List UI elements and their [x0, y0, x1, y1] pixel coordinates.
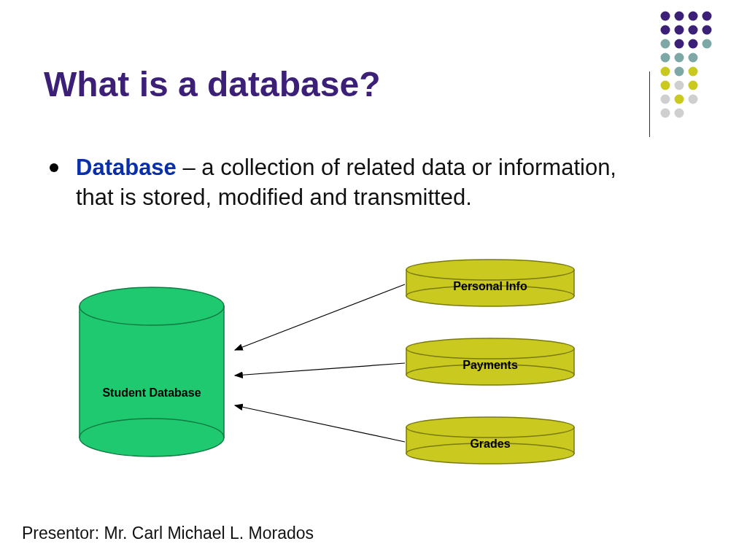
svg-point-10 [689, 39, 698, 49]
svg-point-33 [406, 365, 574, 385]
svg-point-4 [661, 26, 670, 35]
svg-point-0 [661, 12, 670, 21]
svg-point-36 [406, 443, 574, 464]
svg-point-17 [689, 67, 698, 77]
svg-point-25 [675, 109, 684, 118]
arrow-1 [235, 363, 405, 376]
svg-point-20 [689, 81, 698, 90]
svg-point-23 [689, 95, 698, 104]
svg-rect-29 [406, 270, 574, 296]
svg-point-8 [661, 39, 670, 49]
term: Database [76, 155, 177, 180]
svg-point-37 [406, 417, 574, 438]
svg-point-24 [661, 109, 670, 118]
svg-point-12 [661, 53, 670, 63]
svg-point-27 [80, 419, 224, 456]
svg-point-11 [703, 39, 712, 49]
arrow-0 [235, 284, 405, 350]
presenter-text: Presentor: Mr. Carl Michael L. Morados [22, 524, 314, 543]
slide-title: What is a database? [44, 64, 380, 104]
item-cylinder-0-label: Personal Info [453, 280, 527, 292]
svg-point-13 [675, 53, 684, 63]
svg-point-34 [406, 338, 574, 359]
main-cylinder: Student Database [80, 287, 224, 456]
svg-point-5 [675, 26, 684, 35]
svg-rect-26 [80, 306, 224, 438]
svg-rect-32 [406, 349, 574, 375]
svg-point-22 [675, 95, 684, 104]
svg-point-6 [689, 26, 698, 35]
bullet-item: Database – a collection of related data … [50, 153, 648, 213]
bullet-block: Database – a collection of related data … [50, 153, 648, 213]
svg-point-7 [703, 26, 712, 35]
svg-point-31 [406, 260, 574, 280]
svg-point-1 [675, 12, 684, 21]
slide: What is a database? Database – a collect… [0, 0, 747, 560]
svg-point-21 [661, 95, 670, 104]
svg-point-30 [406, 286, 574, 306]
svg-point-19 [675, 81, 684, 90]
item-cylinder-1-label: Payments [462, 359, 518, 371]
svg-point-3 [703, 12, 712, 21]
svg-point-15 [661, 67, 670, 77]
svg-point-16 [675, 67, 684, 77]
item-cylinder-0: Personal Info [406, 260, 574, 306]
item-cylinder-2-label: Grades [470, 438, 510, 450]
bullet-text: Database – a collection of related data … [76, 153, 648, 213]
svg-point-28 [80, 287, 224, 325]
arrow-2 [235, 405, 405, 442]
decorative-dots-icon [659, 10, 732, 134]
svg-point-14 [689, 53, 698, 63]
svg-point-2 [689, 12, 698, 21]
svg-point-9 [675, 39, 684, 49]
svg-rect-35 [406, 427, 574, 454]
title-divider [649, 71, 650, 137]
bullet-dot-icon [50, 163, 58, 172]
main-cylinder-label: Student Database [102, 386, 201, 399]
item-cylinder-2: Grades [406, 417, 574, 464]
item-cylinder-1: Payments [406, 338, 574, 385]
svg-point-18 [661, 81, 670, 90]
